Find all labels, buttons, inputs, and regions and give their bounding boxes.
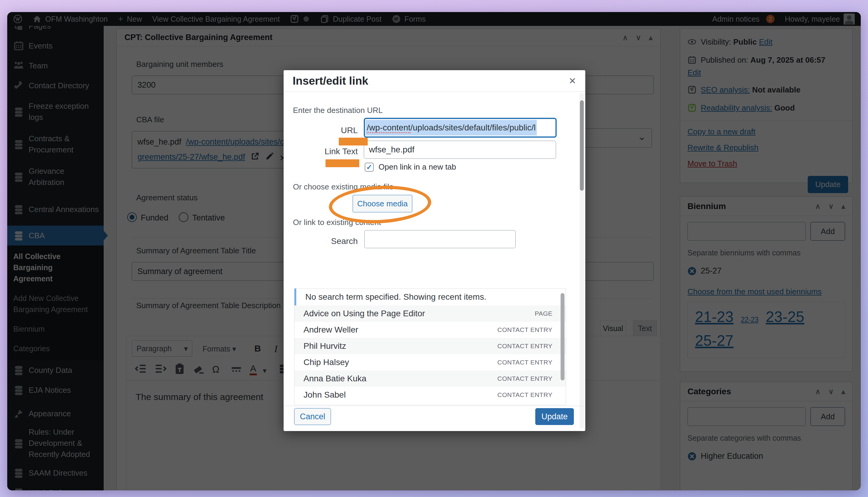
result-row[interactable]: Advice on Using the Page EditorPAGE bbox=[294, 306, 566, 322]
annotation-bar-link-text bbox=[325, 159, 359, 167]
search-label: Search bbox=[284, 237, 358, 246]
modal-update-button[interactable]: Update bbox=[535, 408, 574, 425]
result-row[interactable]: Chip HalseyCONTACT ENTRY bbox=[294, 354, 566, 370]
modal-title: Insert/edit link bbox=[293, 75, 368, 87]
result-row[interactable]: John SabelCONTACT ENTRY bbox=[294, 387, 566, 403]
annotation-bar-url bbox=[339, 138, 368, 145]
open-new-tab-checkbox[interactable]: ✓ Open link in a new tab bbox=[365, 162, 456, 172]
url-value-part2: /uploads/sites/default/files/public/l bbox=[410, 123, 536, 132]
modal-footer-divider bbox=[284, 406, 585, 406]
result-row[interactable]: Phil HurvitzCONTACT ENTRY bbox=[294, 338, 566, 354]
insert-edit-link-modal: Insert/edit link ✕ Enter the destination… bbox=[284, 70, 585, 431]
url-value-part1: /wp-content bbox=[367, 123, 410, 133]
url-input[interactable]: /wp-content/uploads/sites/default/files/… bbox=[364, 118, 557, 138]
enter-url-label: Enter the destination URL bbox=[293, 106, 383, 115]
close-icon[interactable]: ✕ bbox=[569, 75, 576, 86]
link-text-input[interactable] bbox=[364, 141, 556, 159]
modal-header: Insert/edit link ✕ bbox=[284, 70, 585, 92]
modal-scrollbar-thumb[interactable] bbox=[580, 100, 584, 191]
search-input[interactable] bbox=[364, 230, 516, 248]
url-label: URL bbox=[284, 126, 358, 135]
open-new-tab-label: Open link in a new tab bbox=[379, 162, 456, 172]
checkbox-check-icon: ✓ bbox=[365, 163, 374, 172]
result-row[interactable]: Andrew WellerCONTACT ENTRY bbox=[294, 322, 566, 338]
link-text-label: Link Text bbox=[284, 147, 358, 156]
results-info-row: No search term specified. Showing recent… bbox=[294, 288, 566, 306]
cancel-button[interactable]: Cancel bbox=[294, 408, 331, 425]
result-row[interactable]: Anna Batie KukaCONTACT ENTRY bbox=[294, 370, 566, 387]
browser-window: OFM Washinghton + New View Collective Ba… bbox=[7, 12, 861, 491]
link-results-list: No search term specified. Showing recent… bbox=[294, 288, 566, 405]
list-scrollbar-thumb[interactable] bbox=[561, 293, 564, 381]
